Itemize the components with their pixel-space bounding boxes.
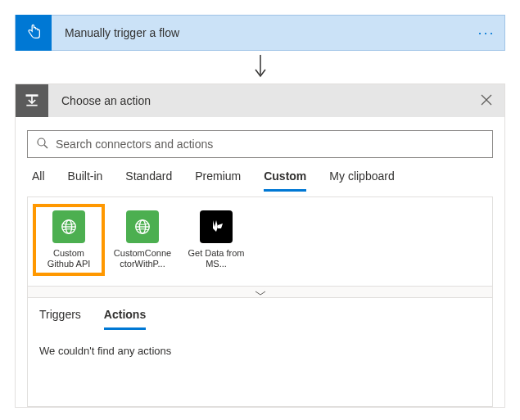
add-action-icon: [24, 92, 40, 111]
subtab-triggers[interactable]: Triggers: [39, 308, 81, 330]
expand-collapse-bar[interactable]: [28, 286, 492, 297]
trigger-card[interactable]: Manually trigger a flow ···: [15, 15, 505, 51]
connector-area: Custom Github API: [27, 196, 493, 407]
connector-label: CustomConnectorWithP...: [113, 248, 172, 269]
trigger-icon-box: [16, 15, 52, 51]
tab-premium[interactable]: Premium: [195, 169, 241, 192]
search-input[interactable]: [56, 138, 484, 151]
connector-customconnector-p[interactable]: CustomConnectorWithP...: [113, 210, 172, 269]
connector-label: Get Data from MS...: [187, 248, 246, 269]
svg-point-6: [38, 138, 45, 146]
search-box[interactable]: [27, 130, 493, 158]
tab-clipboard[interactable]: My clipboard: [329, 169, 394, 192]
empty-actions-message: We couldn't find any actions: [28, 330, 492, 406]
tab-builtin[interactable]: Built-in: [68, 169, 103, 192]
connector-custom-github-api[interactable]: Custom Github API: [39, 210, 98, 269]
globe-icon: [52, 210, 85, 243]
connector-grid: Custom Github API: [28, 197, 492, 286]
manual-trigger-icon: [25, 23, 43, 43]
choose-action-panel: Choose an action: [15, 84, 505, 408]
choose-action-body: All Built-in Standard Premium Custom My …: [16, 117, 504, 407]
peace-hand-icon: [200, 210, 233, 243]
choose-action-title: Choose an action: [48, 94, 468, 107]
chevron-down-icon: [254, 286, 267, 299]
choose-action-header: Choose an action: [16, 84, 504, 117]
svg-line-7: [44, 145, 47, 148]
globe-icon: [126, 210, 159, 243]
tab-all[interactable]: All: [32, 169, 45, 192]
subtab-actions[interactable]: Actions: [104, 308, 146, 330]
connector-label: Custom Github API: [39, 248, 98, 269]
action-header-icon-box: [16, 84, 48, 117]
search-icon: [36, 137, 49, 152]
close-icon: [481, 93, 492, 110]
trigger-more-menu[interactable]: ···: [468, 25, 504, 42]
tab-custom[interactable]: Custom: [264, 169, 306, 192]
trigger-title: Manually trigger a flow: [52, 26, 468, 39]
close-button[interactable]: [468, 93, 504, 110]
tab-standard[interactable]: Standard: [125, 169, 172, 192]
triggers-actions-tabs: Triggers Actions: [28, 297, 492, 330]
svg-rect-1: [26, 94, 38, 97]
category-tabs: All Built-in Standard Premium Custom My …: [27, 158, 493, 192]
highlight-selection: Custom Github API: [33, 204, 105, 276]
flow-connector-arrow: [15, 51, 505, 84]
ellipsis-icon: ···: [477, 25, 495, 42]
connector-get-data-ms[interactable]: Get Data from MS...: [187, 210, 246, 269]
